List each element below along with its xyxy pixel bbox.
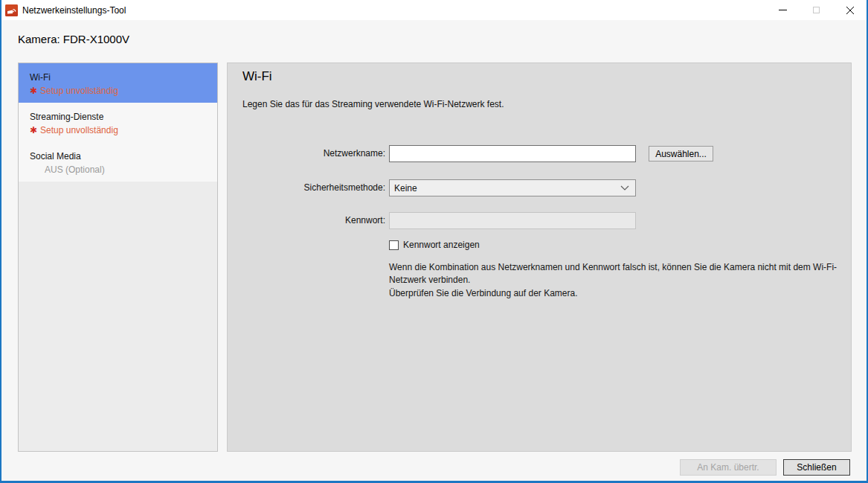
maximize-button <box>800 0 833 20</box>
sidebar-item-status: AUS (Optional) <box>30 164 210 176</box>
incomplete-asterisk-icon: ✱ <box>30 125 37 135</box>
titlebar: Netzwerkeinstellungs-Tool <box>1 0 867 20</box>
sidebar-item-wifi[interactable]: Wi-Fi ✱Setup unvollständig <box>19 63 217 103</box>
security-method-label: Sicherheitsmethode: <box>250 179 385 196</box>
wifi-settings-panel: Wi-Fi Legen Sie das für das Streaming ve… <box>227 63 852 452</box>
app-icon <box>5 4 18 16</box>
window-title: Netzwerkeinstellungs-Tool <box>22 5 126 16</box>
sidebar-nav-list: Wi-Fi ✱Setup unvollständig Streaming-Die… <box>19 63 217 182</box>
sidebar-item-label: Wi-Fi <box>30 72 210 83</box>
sidebar-item-streaming-dienste[interactable]: Streaming-Dienste ✱Setup unvollständig <box>19 103 217 142</box>
network-name-label: Netzwerkname: <box>250 145 385 162</box>
show-password-label: Kennwort anzeigen <box>403 240 480 250</box>
sidebar-item-social-media[interactable]: Social Media AUS (Optional) <box>19 142 217 182</box>
security-method-value: Keine <box>394 183 417 193</box>
close-dialog-button[interactable]: Schließen <box>783 459 850 476</box>
sidebar-item-status: ✱Setup unvollständig <box>30 86 210 97</box>
sidebar-item-label: Streaming-Dienste <box>30 112 210 123</box>
note-line-2: Überprüfen Sie die Verbindung auf der Ka… <box>389 287 838 300</box>
sidebar-item-label: Social Media <box>30 151 210 162</box>
password-input <box>389 212 636 229</box>
panel-description: Legen Sie das für das Streaming verwende… <box>242 99 504 109</box>
minimize-button[interactable] <box>766 0 800 20</box>
maximize-icon <box>813 7 820 13</box>
network-name-input[interactable] <box>389 145 636 162</box>
close-button[interactable] <box>833 0 867 20</box>
window-controls <box>766 0 867 20</box>
close-icon <box>846 6 855 15</box>
app-window: Netzwerkeinstellungs-Tool Kamera: FDR-X1… <box>0 0 868 483</box>
show-password-row: Kennwort anzeigen <box>389 240 480 250</box>
transfer-to-camera-button: An Kam. übertr. <box>680 459 777 476</box>
sidebar-item-status: ✱Setup unvollständig <box>30 125 210 136</box>
sidebar: Wi-Fi ✱Setup unvollständig Streaming-Die… <box>18 63 218 452</box>
panel-title: Wi-Fi <box>242 69 272 84</box>
show-password-checkbox[interactable] <box>389 240 399 250</box>
chevron-down-icon <box>620 185 629 191</box>
security-method-select[interactable]: Keine <box>389 179 636 196</box>
password-label: Kennwort: <box>250 212 385 229</box>
minimize-icon <box>779 10 787 10</box>
incomplete-asterisk-icon: ✱ <box>30 86 37 96</box>
wifi-warning-note: Wenn die Kombination aus Netzwerknamen u… <box>389 261 838 301</box>
page-title: Kamera: FDR-X1000V <box>18 33 129 45</box>
choose-network-button[interactable]: Auswählen... <box>649 146 713 161</box>
footer-actions: An Kam. übertr. Schließen <box>680 459 850 476</box>
note-line-1: Wenn die Kombination aus Netzwerknamen u… <box>389 261 838 287</box>
